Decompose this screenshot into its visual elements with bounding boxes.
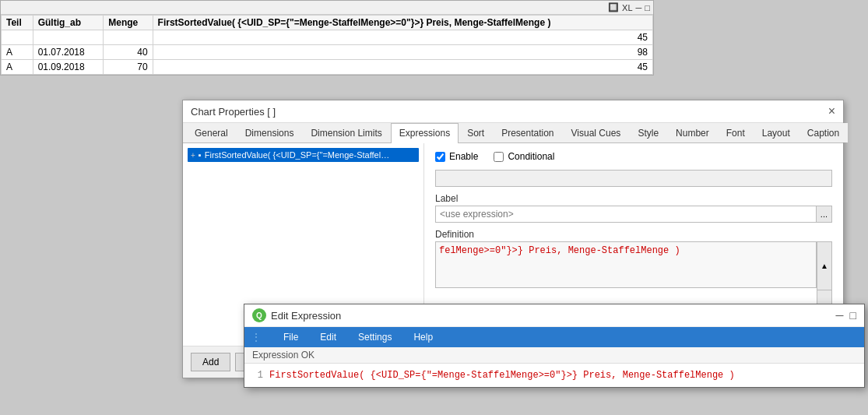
menu-file[interactable]: File <box>280 330 301 344</box>
spreadsheet: 🔲 XL ─ □ Teil Gültig_ab Menge FirstSorte… <box>0 0 654 76</box>
tab-sort[interactable]: Sort <box>459 123 493 142</box>
tab-caption[interactable]: Caption <box>799 123 848 142</box>
cell-teil-2: A <box>2 60 33 75</box>
label-input[interactable] <box>435 206 817 223</box>
cell-menge-0 <box>104 30 153 45</box>
conditional-checkbox[interactable] <box>494 152 504 162</box>
spreadsheet-min[interactable]: ─ <box>636 3 642 12</box>
spreadsheet-toolbar: 🔲 XL ─ □ <box>1 1 653 15</box>
conditional-input[interactable] <box>435 170 832 187</box>
menu-edit[interactable]: Edit <box>317 330 339 344</box>
label-field-label: Label <box>435 193 832 204</box>
tab-font[interactable]: Font <box>718 123 754 142</box>
table-row: A 01.07.2018 40 98 <box>2 45 653 60</box>
tab-visual-cues[interactable]: Visual Cues <box>563 123 630 142</box>
cell-val-1: 98 <box>153 45 652 60</box>
cell-teil-1: A <box>2 45 33 60</box>
tab-style[interactable]: Style <box>629 123 667 142</box>
tab-expressions[interactable]: Expressions <box>391 123 459 143</box>
menu-settings[interactable]: Settings <box>355 330 395 344</box>
tab-presentation[interactable]: Presentation <box>493 123 562 142</box>
tree-expand-icon[interactable]: + <box>191 151 195 160</box>
dialog-tabs: General Dimensions Dimension Limits Expr… <box>183 123 843 143</box>
tree-item-icon: ▪ <box>199 150 202 160</box>
tree-item-label: FirstSortedValue( {<UID_SP={"=Menge-Staf… <box>205 150 392 160</box>
minimize-button[interactable]: ─ <box>836 310 844 321</box>
data-table: Teil Gültig_ab Menge FirstSortedValue( {… <box>1 15 653 75</box>
enable-label: Enable <box>449 151 478 162</box>
table-row: 45 <box>2 30 653 45</box>
conditional-checkbox-label[interactable]: Conditional <box>494 151 554 162</box>
tab-number[interactable]: Number <box>667 123 718 142</box>
tab-dimension-limits[interactable]: Dimension Limits <box>302 123 390 142</box>
definition-field-label: Definition <box>435 229 832 240</box>
edit-expr-title: Edit Expression <box>271 310 341 322</box>
label-input-row: ... <box>435 206 832 223</box>
cell-teil-0 <box>2 30 33 45</box>
qlik-logo-icon: Q <box>252 308 266 322</box>
drag-handle-icon: ⋮ <box>251 331 262 343</box>
definition-textarea[interactable]: felMenge>=0"}>} Preis, Menge-StaffelMeng… <box>435 241 817 288</box>
cell-gultig-0 <box>33 30 104 45</box>
cell-val-2: 45 <box>153 60 652 75</box>
col-header-menge: Menge <box>104 16 153 30</box>
expression-status: Expression OK <box>244 347 864 364</box>
edit-expr-title-left: Q Edit Expression <box>252 308 341 322</box>
tab-dimensions[interactable]: Dimensions <box>237 123 303 142</box>
enable-checkbox[interactable] <box>435 152 445 162</box>
cell-gultig-2: 01.09.2018 <box>33 60 104 75</box>
tab-layout[interactable]: Layout <box>754 123 799 142</box>
label-dots-button[interactable]: ... <box>817 206 832 223</box>
enable-row: Enable Conditional <box>435 151 832 162</box>
edit-expr-window-buttons: ─ □ <box>836 310 856 321</box>
expression-code-line: 1 FirstSortedValue( {<UID_SP={"=Menge-St… <box>244 364 864 387</box>
col-header-formula: FirstSortedValue( {<UID_SP={"=Menge-Staf… <box>153 16 652 30</box>
dialog-titlebar: Chart Properties [ ] × <box>183 100 843 123</box>
add-button[interactable]: Add <box>191 353 230 371</box>
spreadsheet-xl[interactable]: XL <box>622 3 632 12</box>
table-row: A 01.09.2018 70 45 <box>2 60 653 75</box>
spreadsheet-max[interactable]: □ <box>645 3 650 12</box>
cond-input-row <box>435 168 832 187</box>
expression-text[interactable]: FirstSortedValue( {<UID_SP={"=Menge-Staf… <box>269 370 735 381</box>
cell-menge-1: 40 <box>104 45 153 60</box>
label-section: Label ... <box>435 193 832 223</box>
definition-scroll-up-button[interactable]: ▲ <box>817 241 832 290</box>
edit-expr-menubar: ⋮ File Edit Settings Help <box>244 327 864 347</box>
cell-val-0: 45 <box>153 30 652 45</box>
dialog-close-button[interactable]: × <box>828 105 835 118</box>
maximize-button[interactable]: □ <box>850 310 856 321</box>
cell-gultig-1: 01.07.2018 <box>33 45 104 60</box>
spreadsheet-icon1[interactable]: 🔲 <box>608 2 619 12</box>
edit-expression-dialog: Q Edit Expression ─ □ ⋮ File Edit Settin… <box>244 304 865 388</box>
conditional-label: Conditional <box>508 151 554 162</box>
menu-help[interactable]: Help <box>410 330 436 344</box>
line-number: 1 <box>252 370 263 381</box>
col-header-teil: Teil <box>2 16 33 30</box>
col-header-gultig: Gültig_ab <box>33 16 104 30</box>
edit-expr-titlebar: Q Edit Expression ─ □ <box>244 304 864 327</box>
enable-checkbox-label[interactable]: Enable <box>435 151 478 162</box>
tab-general[interactable]: General <box>186 123 237 142</box>
dialog-title: Chart Properties [ ] <box>191 106 276 118</box>
tree-expression-item[interactable]: + ▪ FirstSortedValue( {<UID_SP={"=Menge-… <box>188 148 419 162</box>
cell-menge-2: 70 <box>104 60 153 75</box>
